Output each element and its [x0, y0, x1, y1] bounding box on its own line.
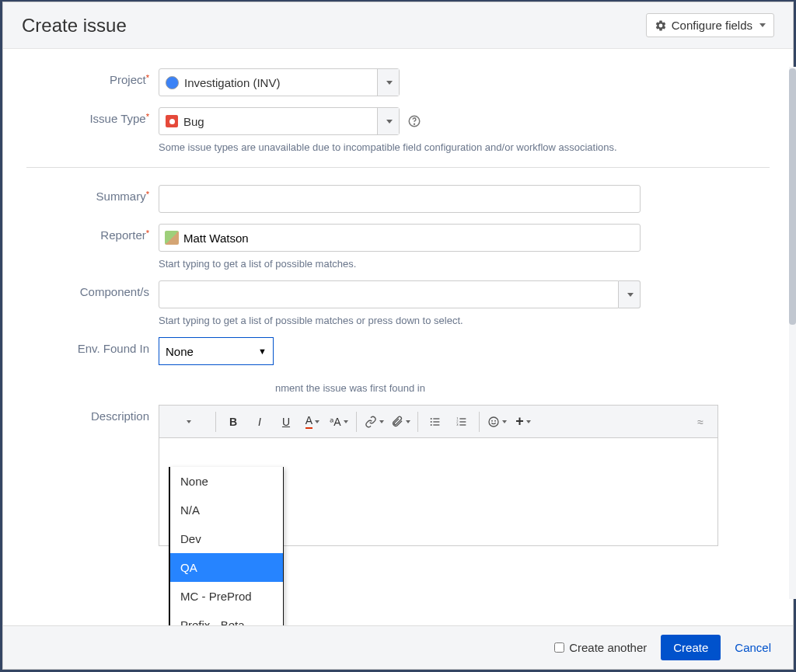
svg-point-6 [431, 424, 432, 426]
caret-down-icon: ▼ [258, 346, 267, 356]
svg-rect-9 [459, 421, 466, 422]
bold-button[interactable]: B [221, 410, 246, 433]
components-help-text: Start typing to get a list of possible m… [159, 315, 703, 326]
expand-button[interactable]: ≈ [688, 410, 713, 433]
configure-fields-label: Configure fields [672, 19, 752, 32]
emoji-button[interactable] [484, 410, 509, 433]
caret-down-icon [627, 293, 634, 297]
project-label: Project* [26, 68, 159, 86]
env-option-none[interactable]: None [170, 467, 283, 496]
svg-point-1 [414, 124, 415, 124]
components-row: Component/s Start typing to get a list o… [26, 280, 770, 326]
svg-rect-7 [433, 424, 439, 425]
attachment-button[interactable] [388, 410, 413, 433]
env-option-dev[interactable]: Dev [170, 524, 283, 553]
create-button[interactable]: Create [661, 635, 721, 660]
reporter-value: Matt Watson [183, 232, 249, 245]
project-value: Investigation (INV) [159, 69, 377, 96]
project-icon [166, 76, 179, 89]
required-marker: * [146, 73, 149, 82]
env-found-label: Env. Found In [26, 337, 159, 355]
svg-point-16 [494, 420, 495, 421]
reporter-input[interactable]: Matt Watson [159, 224, 641, 252]
issue-type-dropdown-button[interactable] [377, 108, 399, 134]
project-control: Investigation (INV) [159, 68, 770, 96]
caret-down-icon [386, 81, 393, 85]
divider [26, 167, 770, 168]
caret-down-icon [759, 23, 766, 27]
env-option-na[interactable]: N/A [170, 496, 283, 524]
configure-fields-button[interactable]: Configure fields [646, 13, 774, 37]
modal-title: Create issue [22, 15, 127, 37]
components-label: Component/s [26, 280, 159, 298]
link-button[interactable] [361, 410, 386, 433]
description-row: Description B I U A ᵃA [26, 405, 770, 546]
issue-type-label: Issue Type* [26, 107, 159, 125]
description-label: Description [26, 405, 159, 423]
gear-icon [655, 19, 667, 32]
env-found-help-text: nment the issue was first found in [159, 382, 703, 394]
required-marker: * [146, 190, 149, 199]
svg-point-4 [431, 421, 432, 423]
components-input[interactable] [159, 280, 619, 308]
text-color-button[interactable]: A [300, 410, 325, 433]
project-row: Project* Investigation (INV) [26, 68, 770, 96]
summary-row: Summary* [26, 185, 770, 213]
required-marker: * [146, 112, 149, 121]
svg-point-15 [491, 420, 492, 421]
components-dropdown-button[interactable] [619, 280, 641, 308]
reporter-label: Reporter* [26, 224, 159, 242]
summary-input[interactable] [159, 185, 641, 213]
svg-point-14 [489, 417, 498, 427]
modal-header: Create issue Configure fields [3, 2, 793, 49]
svg-text:3: 3 [456, 423, 459, 427]
issue-type-row: Issue Type* Bug [26, 107, 770, 153]
svg-point-2 [431, 418, 432, 420]
avatar [165, 231, 179, 245]
bullet-list-button[interactable] [423, 410, 448, 433]
underline-button[interactable]: U [274, 410, 298, 433]
env-found-dropdown: None N/A Dev QA MC - PreProd Prefix - Be… [169, 467, 284, 625]
style-dropdown[interactable] [164, 410, 211, 433]
reporter-help-text: Start typing to get a list of possible m… [159, 258, 703, 270]
svg-rect-5 [433, 421, 439, 422]
caret-down-icon [386, 120, 393, 124]
issue-type-help-text: Some issue types are unavailable due to … [159, 141, 703, 153]
scrollbar[interactable] [789, 67, 796, 599]
reporter-row: Reporter* Matt Watson Start typing to ge… [26, 224, 770, 270]
env-option-mc-preprod[interactable]: MC - PreProd [170, 582, 283, 611]
summary-label: Summary* [26, 185, 159, 203]
create-another-label[interactable]: Create another [554, 641, 647, 654]
cancel-link[interactable]: Cancel [735, 641, 771, 654]
required-marker: * [146, 228, 149, 238]
clear-format-button[interactable]: ᵃA [326, 410, 351, 433]
svg-rect-8 [459, 418, 466, 419]
more-button[interactable]: + [511, 410, 536, 433]
create-issue-modal: Create issue Configure fields Project* I… [2, 2, 794, 670]
issue-type-value: Bug [159, 108, 377, 134]
issue-type-select[interactable]: Bug [159, 107, 400, 135]
env-found-row: Env. Found In None ▼ nment the issue was… [26, 337, 770, 394]
env-option-prefix-beta[interactable]: Prefix - Beta [170, 611, 283, 625]
ordered-list-button[interactable]: 123 [449, 410, 474, 433]
modal-body: Project* Investigation (INV) Issue Type* [3, 49, 793, 625]
project-select[interactable]: Investigation (INV) [159, 68, 400, 96]
bug-icon [166, 115, 178, 127]
editor-toolbar: B I U A ᵃA [159, 405, 718, 437]
italic-button[interactable]: I [247, 410, 272, 433]
project-dropdown-button[interactable] [377, 69, 399, 96]
help-icon[interactable] [407, 114, 421, 128]
create-another-checkbox[interactable] [554, 642, 564, 653]
env-option-qa[interactable]: QA [170, 553, 283, 582]
scrollbar-thumb[interactable] [789, 68, 796, 325]
svg-rect-10 [459, 424, 466, 425]
env-found-select[interactable]: None ▼ [159, 337, 274, 365]
issue-type-control: Bug Some issue types are unavailable due… [159, 107, 770, 153]
svg-rect-3 [433, 418, 439, 419]
modal-footer: Create another Create Cancel [3, 625, 793, 669]
